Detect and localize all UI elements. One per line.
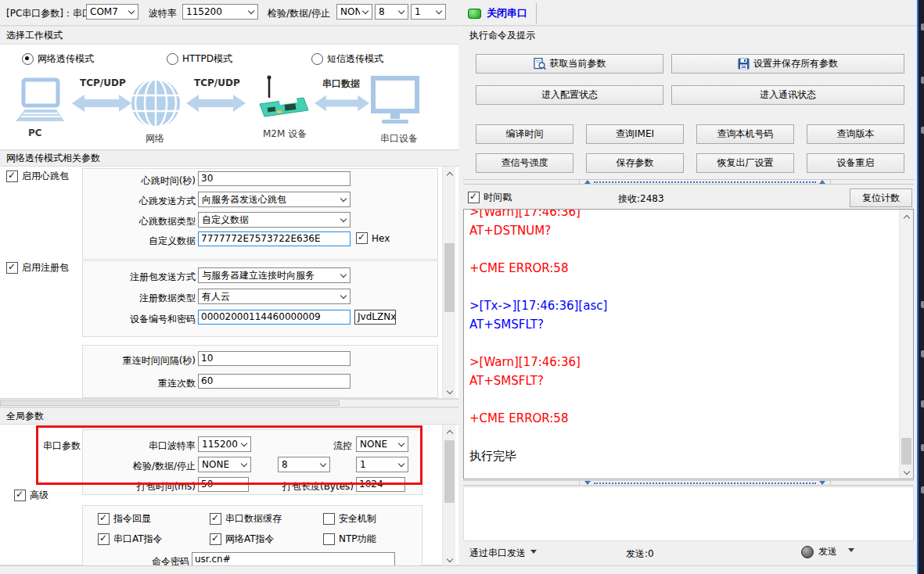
close-serial-button[interactable]: 关闭串口 — [468, 5, 530, 22]
send-via-label: 通过串口发送 — [469, 547, 526, 560]
query-imei-button[interactable]: 查询IMEI — [586, 124, 684, 144]
reset-counter-button[interactable]: 复位计数 — [850, 188, 912, 207]
factory-reset-button[interactable]: 恢复出厂设置 — [696, 153, 794, 173]
checkbox-label: 启用心跳包 — [22, 170, 69, 183]
log-line: AT+SMSFLT? — [464, 371, 913, 390]
serial-at-checkbox[interactable]: 串口AT指令 — [98, 533, 163, 546]
scroll-down-arrow-icon[interactable] — [900, 465, 913, 479]
parity-select[interactable]: NONI — [336, 4, 372, 20]
global-params-header: 全局参数 — [0, 407, 458, 424]
radio-httpd-mode[interactable]: HTTPD模式 — [167, 52, 232, 66]
doc-search-icon — [534, 58, 546, 70]
background-icon-fragment — [921, 301, 924, 308]
checkbox-label: 高级 — [30, 489, 49, 502]
scroll-up-arrow-icon[interactable] — [443, 425, 456, 438]
reconnect-interval-input[interactable]: 10 — [198, 351, 351, 366]
timestamp-checkbox[interactable]: 时间戳 — [468, 191, 512, 204]
get-params-button[interactable]: 获取当前参数 — [476, 54, 663, 74]
com-port-select[interactable]: COM7 — [86, 4, 138, 20]
scroll-up-arrow-icon[interactable] — [443, 167, 456, 180]
custom-data-input[interactable]: 7777772E7573722E636E — [198, 231, 351, 246]
checkbox-icon — [210, 533, 221, 545]
scrollbar-thumb[interactable] — [444, 440, 455, 503]
query-version-button[interactable]: 查询版本 — [807, 124, 904, 144]
send-via-dropdown[interactable]: 通过串口发送 — [469, 547, 537, 560]
splitter-handle[interactable] — [579, 179, 831, 185]
reg-mode-select[interactable]: 与服务器建立连接时向服务 — [198, 267, 351, 283]
background-icon-fragment — [921, 350, 924, 357]
diagram-link-3: 串口数据 — [322, 77, 360, 91]
net-params-scrollbar[interactable] — [442, 167, 455, 398]
save-params-button[interactable]: 保存参数 — [586, 153, 684, 173]
checkbox-icon — [98, 513, 110, 525]
work-mode-header-label: 选择工作模式 — [6, 29, 63, 42]
checkbox-label: 时间戳 — [484, 191, 512, 204]
query-phone-button[interactable]: 查询本机号码 — [696, 124, 794, 144]
button-label: 设备重启 — [837, 156, 875, 170]
stopbits-select[interactable]: 1 — [411, 4, 446, 20]
enable-register-checkbox[interactable]: 启用注册包 — [6, 261, 69, 274]
work-mode-panel: 网络透传模式 HTTPD模式 短信透传模式 PC TCP/UDP 网络 TCP/… — [0, 44, 458, 150]
button-label: 查信号强度 — [502, 156, 548, 170]
checkbox-icon — [356, 232, 368, 244]
reconnect-times-input[interactable]: 60 — [198, 374, 351, 389]
radio-sms-transparent-mode[interactable]: 短信透传模式 — [311, 52, 383, 66]
baud-select[interactable]: 115200 — [182, 4, 258, 20]
hb-type-select[interactable]: 自定义数据 — [198, 212, 351, 228]
send-input-area[interactable] — [463, 486, 914, 541]
enter-config-button[interactable]: 进入配置状态 — [476, 85, 663, 105]
cmd-echo-checkbox[interactable]: 指令回显 — [98, 512, 151, 526]
log-scrollbar[interactable] — [899, 210, 913, 479]
radio-icon — [22, 53, 34, 65]
lower-splitter[interactable] — [463, 480, 914, 486]
scroll-up-arrow-icon[interactable] — [900, 210, 913, 223]
send-bar: 通过串口发送 发送:0 发送 — [463, 541, 914, 565]
close-serial-label: 关闭串口 — [487, 6, 527, 20]
scroll-down-arrow-icon[interactable] — [443, 385, 456, 398]
button-label: 进入配置状态 — [541, 88, 598, 102]
hex-checkbox[interactable]: Hex — [356, 232, 390, 244]
double-arrow-icon — [72, 93, 131, 113]
reconnect-times-label: 重连次数 — [82, 376, 196, 391]
scrollbar-thumb[interactable] — [0, 400, 340, 406]
hb-time-input[interactable]: 30 — [198, 171, 351, 186]
compile-time-button[interactable]: 编译时间 — [476, 124, 573, 144]
button-label: 设置并保存所有参数 — [753, 57, 838, 70]
device-password-input[interactable]: JvdLZNxK — [354, 310, 396, 325]
global-params-scrollbar[interactable] — [442, 425, 455, 566]
log-output-area[interactable]: >[Warn][17:46:36] AT+DSTNUM? +CME ERROR:… — [463, 209, 914, 479]
left-horizontal-scrollbar[interactable] — [0, 399, 458, 407]
chevron-down-icon — [248, 9, 255, 16]
device-id-input[interactable]: 00002000114460000009 — [198, 310, 351, 325]
sent-counter: 发送:0 — [626, 547, 654, 561]
serial-cache-checkbox[interactable]: 串口数据缓存 — [210, 512, 282, 526]
chevron-down-icon — [436, 9, 443, 16]
security-checkbox[interactable]: 安全机制 — [323, 512, 376, 526]
scrollbar-thumb[interactable] — [444, 243, 455, 312]
advanced-checkbox[interactable]: 高级 — [14, 489, 49, 502]
net-at-checkbox[interactable]: 网络AT指令 — [210, 533, 275, 546]
query-signal-button[interactable]: 查信号强度 — [476, 153, 573, 173]
ntp-checkbox[interactable]: NTP功能 — [323, 533, 376, 546]
splitter-handle[interactable] — [579, 480, 831, 486]
checkbox-icon — [14, 490, 26, 501]
hb-mode-select[interactable]: 向服务器发送心跳包 — [198, 192, 351, 207]
databits-select[interactable]: 8 — [375, 4, 408, 20]
double-arrow-icon — [186, 93, 246, 113]
reg-type-select[interactable]: 有人云 — [198, 289, 351, 304]
scroll-down-arrow-icon[interactable] — [443, 553, 456, 566]
serial-device-monitor-icon — [371, 76, 419, 127]
button-label: 编译时间 — [506, 127, 544, 141]
network-globe-icon — [130, 77, 182, 129]
upper-splitter[interactable] — [463, 179, 914, 185]
serial-open-status-icon — [468, 9, 481, 19]
stopbits-value: 1 — [415, 6, 433, 17]
enable-heartbeat-checkbox[interactable]: 启用心跳包 — [6, 170, 69, 183]
save-all-params-button[interactable]: 设置并保存所有参数 — [671, 54, 904, 74]
radio-net-transparent-mode[interactable]: 网络透传模式 — [22, 52, 94, 66]
send-button[interactable]: 发送 — [801, 545, 854, 558]
device-restart-button[interactable]: 设备重启 — [807, 153, 904, 173]
enter-comm-button[interactable]: 进入通讯状态 — [671, 85, 904, 105]
button-label: 获取当前参数 — [550, 57, 606, 70]
scrollbar-thumb[interactable] — [901, 438, 911, 465]
